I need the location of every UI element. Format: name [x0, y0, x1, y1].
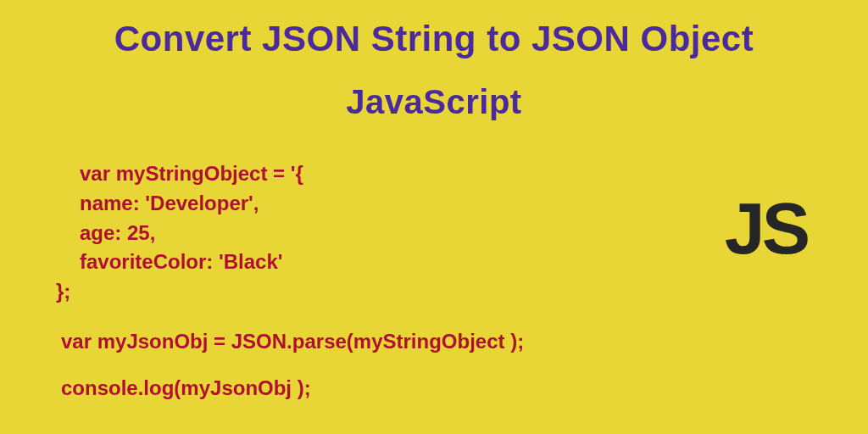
code-line: favoriteColor: 'Black'	[68, 248, 653, 277]
code-block-declaration: var myStringObject = '{ name: 'Developer…	[68, 159, 653, 307]
code-example-area: var myStringObject = '{ name: 'Developer…	[59, 159, 653, 403]
code-block-log: console.log(myJsonObj );	[61, 374, 653, 403]
page-subtitle: JavaScript	[0, 59, 868, 121]
code-line: name: 'Developer',	[68, 189, 653, 219]
js-logo-badge: JS	[725, 186, 807, 270]
code-line: var myStringObject = '{	[68, 159, 653, 189]
code-block-parse: var myJsonObj = JSON.parse(myStringObjec…	[61, 327, 653, 357]
code-line: };	[56, 277, 653, 307]
code-line: age: 25,	[68, 219, 653, 248]
page-title: Convert JSON String to JSON Object	[0, 0, 868, 59]
